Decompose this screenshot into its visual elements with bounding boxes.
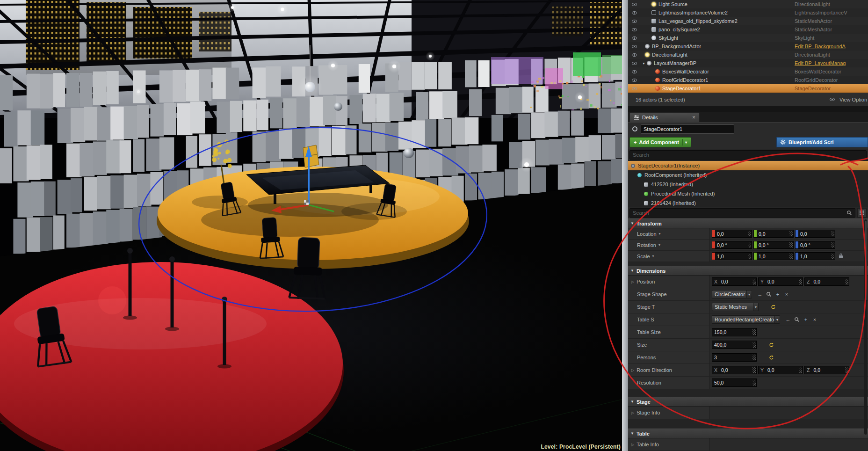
outliner-row[interactable]: LightmassImportanceVolume2 LightmassImpo…: [628, 8, 868, 17]
drag-grip[interactable]: [752, 380, 756, 386]
use-selected-arrow-icon[interactable]: ←: [784, 316, 792, 323]
category-dimensions[interactable]: ▼ Dimensions: [628, 266, 868, 276]
outliner-row[interactable]: BP_BackgroundActor Edit BP_BackgroundA: [628, 42, 868, 51]
lock-scale-icon[interactable]: [839, 253, 843, 260]
outliner-row[interactable]: Light Source DirectionalLight: [628, 0, 868, 8]
use-selected-arrow-icon[interactable]: ←: [756, 291, 764, 298]
plus-icon[interactable]: +: [774, 291, 781, 298]
caret-down-icon[interactable]: ▾: [652, 254, 654, 258]
visibility-eye-icon[interactable]: [631, 77, 637, 83]
triangle-right-icon[interactable]: ▷: [631, 368, 634, 372]
property-row-stage-info[interactable]: ▷Stage Info: [628, 407, 868, 419]
panel-splitter[interactable]: [622, 0, 628, 451]
browse-icon[interactable]: [793, 316, 801, 323]
outliner-row[interactable]: SkyLight SkyLight: [628, 34, 868, 42]
blueprint-add-script-button[interactable]: Blueprint/Add Scri: [776, 137, 868, 147]
plus-icon[interactable]: +: [802, 316, 810, 323]
display-filter-button[interactable]: [857, 208, 867, 218]
room-direction-y-field[interactable]: Y0,0: [758, 366, 803, 374]
position-y-field[interactable]: Y0,0: [758, 277, 803, 286]
location-x-field[interactable]: 0,0: [712, 230, 752, 238]
triangle-right-icon[interactable]: ▷: [631, 443, 634, 447]
add-component-button[interactable]: +Add Component▾: [629, 137, 691, 147]
category-transform[interactable]: ▼ Transform: [628, 218, 868, 228]
caret-down-icon[interactable]: ▾: [659, 232, 661, 236]
outliner-row[interactable]: Las_vegas_old_flipped_skydome2 StaticMes…: [628, 17, 868, 25]
component-row[interactable]: Procedural Mesh (Inherited): [628, 189, 868, 198]
browse-icon[interactable]: [765, 291, 773, 298]
visibility-eye-icon[interactable]: [631, 35, 637, 41]
drag-grip[interactable]: [831, 242, 834, 247]
category-table[interactable]: ▼ Table: [628, 429, 868, 438]
outliner-row[interactable]: BoxesWallDecorator BoxesWallDecorator: [628, 67, 868, 76]
stage-t-dropdown[interactable]: Static Meshes ▾: [712, 303, 759, 311]
visibility-eye-icon[interactable]: [631, 10, 637, 16]
revert-icon[interactable]: [767, 341, 775, 349]
drag-grip[interactable]: [748, 254, 751, 259]
clear-icon[interactable]: ×: [783, 291, 790, 298]
viewport-3d[interactable]: Level: ProcLevel (Persistent): [0, 0, 625, 451]
visibility-eye-icon[interactable]: [631, 60, 637, 66]
table-size-field[interactable]: 150,0: [712, 328, 757, 336]
drag-grip[interactable]: [799, 367, 802, 373]
component-row-selected[interactable]: StageDecorator1(Instance): [628, 161, 868, 170]
property-row-table-info[interactable]: ▷Table Info: [628, 438, 868, 451]
close-tab-icon[interactable]: ×: [692, 115, 695, 120]
drag-grip[interactable]: [748, 231, 751, 236]
property-scrollbar[interactable]: [864, 219, 867, 435]
component-row[interactable]: 412520 (Inherited): [628, 180, 868, 189]
visibility-eye-icon[interactable]: [631, 52, 637, 58]
drag-grip[interactable]: [752, 342, 756, 348]
room-direction-x-field[interactable]: X0,0: [712, 366, 757, 374]
drag-grip[interactable]: [748, 242, 751, 247]
drag-grip[interactable]: [831, 231, 834, 236]
outliner-row[interactable]: pano_citySquare2 StaticMeshActor: [628, 25, 868, 34]
drag-grip[interactable]: [752, 279, 756, 284]
revert-icon[interactable]: [767, 354, 775, 361]
drag-grip[interactable]: [831, 254, 834, 259]
drag-grip[interactable]: [789, 231, 793, 236]
drag-grip[interactable]: [845, 367, 848, 373]
location-y-field[interactable]: 0,0: [753, 230, 794, 238]
outliner-row[interactable]: RoofGridDecorator1 RoofGridDecorator: [628, 76, 868, 84]
expander-arrow-icon[interactable]: ▼: [642, 62, 645, 65]
component-row[interactable]: 2105424 (Inherited): [628, 198, 868, 207]
tab-details[interactable]: Details ×: [629, 112, 700, 122]
drag-grip[interactable]: [845, 279, 848, 284]
visibility-eye-icon[interactable]: [631, 27, 637, 33]
actor-name-field[interactable]: [641, 124, 734, 134]
drag-grip[interactable]: [789, 254, 793, 259]
outliner-row[interactable]: ▼ LayoutManagerBP Edit BP_LayoutManag: [628, 59, 868, 67]
rotation-x-field[interactable]: 0,0 °: [712, 241, 752, 249]
visibility-eye-icon[interactable]: [631, 1, 637, 7]
rotation-y-field[interactable]: 0,0 °: [753, 241, 794, 249]
outliner-row[interactable]: DirectionalLight DirectionalLight: [628, 51, 868, 59]
edit-blueprint-link[interactable]: Edit BP_LayoutManag: [795, 60, 866, 66]
caret-down-icon[interactable]: ▾: [658, 243, 660, 247]
scale-x-field[interactable]: 1,0: [712, 252, 752, 260]
table-s-dropdown[interactable]: RoundedRectangleCreator ▾: [712, 315, 780, 324]
property-search-input[interactable]: [629, 208, 855, 218]
room-direction-z-field[interactable]: Z0,0: [804, 366, 849, 374]
persons-field[interactable]: 3: [712, 353, 757, 362]
rotation-z-field[interactable]: 0,0 °: [795, 241, 835, 249]
position-x-field[interactable]: X0,0: [712, 277, 757, 286]
scale-z-field[interactable]: 1,0: [795, 252, 835, 260]
drag-grip[interactable]: [752, 367, 756, 373]
visibility-eye-icon[interactable]: [631, 44, 637, 50]
visibility-eye-icon[interactable]: [631, 18, 637, 24]
revert-icon[interactable]: [769, 303, 777, 311]
outliner-row-selected[interactable]: StageDecorator1 StageDecorator: [628, 84, 868, 93]
resolution-field[interactable]: 50,0: [712, 378, 757, 387]
component-row[interactable]: RootComponent (Inherited): [628, 170, 868, 180]
position-z-field[interactable]: Z0,0: [804, 277, 849, 286]
clear-icon[interactable]: ×: [811, 316, 818, 323]
drag-grip[interactable]: [752, 355, 756, 360]
stage-shape-dropdown[interactable]: CircleCreator ▾: [712, 290, 752, 298]
visibility-eye-icon[interactable]: [631, 86, 637, 92]
size-field[interactable]: 400,0: [712, 341, 757, 349]
view-options-button[interactable]: View Option: [826, 96, 867, 102]
triangle-right-icon[interactable]: ▷: [631, 411, 634, 415]
drag-grip[interactable]: [752, 329, 756, 335]
edit-blueprint-link[interactable]: Edit BP_BackgroundA: [795, 44, 866, 49]
